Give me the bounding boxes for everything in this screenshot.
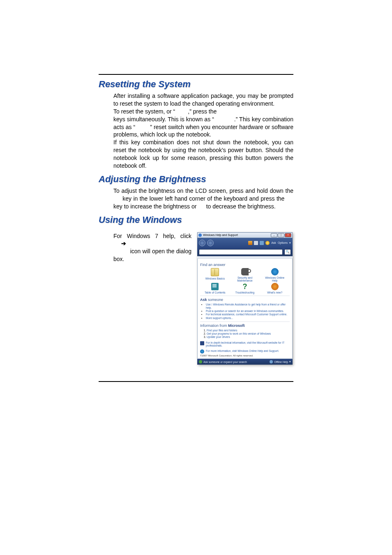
windows-p1b: icon will open the dialog box. (113, 248, 191, 262)
link-text[interactable]: Use  Windows Remote Assistance to get h… (206, 303, 286, 309)
info-ms-b: Microsoft (228, 324, 245, 328)
back-button[interactable] (199, 240, 205, 246)
status-left-text[interactable]: Ask someone or expand your search (203, 361, 247, 363)
resetting-p2a: To reset the system, or “ (113, 108, 175, 115)
list-item: Update your drivers (207, 335, 290, 339)
info-microsoft-heading: Information from Microsoft (200, 324, 290, 328)
tile-online-help[interactable]: Windows Online Help (263, 268, 287, 282)
link-text[interactable]: Find your files and folders (207, 329, 237, 332)
list-item: Find your files and folders (207, 329, 290, 332)
tile-troubleshooting[interactable]: ? Troubleshooting (233, 283, 257, 294)
resetting-p1: After installing a software application … (113, 92, 293, 107)
heading-windows: Using the Windows (99, 215, 293, 225)
tile-row-1: Windows Basics Security and Maintenance … (200, 268, 290, 282)
toolbar: Ask Options ▾ (197, 238, 293, 248)
minimize-button[interactable]: _ (271, 233, 277, 237)
footer-note-1: For in-depth technical information, visi… (200, 341, 290, 347)
status-right-text[interactable]: Offline Help (274, 361, 288, 363)
ask-label[interactable]: Ask (271, 241, 276, 244)
link-text[interactable]: For in-depth technical information, visi… (206, 341, 284, 347)
link-text[interactable]: For technical assistance, contact Micros… (206, 313, 287, 316)
windows-p1a: For Windows 7 help, click (113, 233, 191, 239)
resetting-p3c: ” reset switch when you encounter hardwa… (113, 124, 293, 138)
person-icon (199, 360, 202, 363)
windows-help-row: For Windows 7 help, click ➔ icon will op… (99, 232, 293, 365)
tile-whats-new[interactable]: What's new? (263, 283, 287, 294)
toc-icon (211, 283, 219, 290)
ask-someone-list: Use  Windows Remote Assistance to get h… (203, 303, 290, 320)
ask-someone-text: someone (208, 298, 223, 302)
list-item: Get your programs to work on this versio… (207, 332, 290, 335)
link-text[interactable]: For more information, visit Windows Onli… (206, 349, 279, 352)
arrow-icon: ➔ (121, 240, 126, 247)
options-chevron-icon[interactable]: ▾ (289, 241, 291, 245)
brightness-p1d: to decrease the brightness. (206, 203, 276, 210)
resetting-body: After installing a software application … (99, 92, 293, 170)
list-item: More support options... (206, 317, 290, 320)
search-bar: 🔍 (197, 248, 293, 256)
link-text[interactable]: Update your drivers (207, 335, 230, 338)
link-text[interactable]: Post a question or search for an answer … (206, 310, 284, 312)
list-item: Use  Windows Remote Assistance to get h… (206, 303, 290, 310)
divider (200, 296, 290, 296)
list-item: Post a question or search for an answer … (206, 310, 290, 313)
brightness-p1a: To adjust the brightness on the LCD scre… (113, 187, 293, 194)
link-text[interactable]: More support options... (206, 317, 233, 319)
print-icon[interactable] (254, 241, 258, 245)
tile-label: What's new? (263, 291, 287, 294)
tile-label: Troubleshooting (233, 291, 257, 294)
ask-help-icon[interactable] (265, 241, 270, 245)
info-ms-a: Information from (200, 324, 228, 328)
book-icon (211, 268, 219, 276)
window-title: Windows Help and Support (203, 234, 238, 236)
info-microsoft-list: Find your files and folders Get your pro… (203, 329, 290, 339)
new-icon (271, 283, 279, 290)
key-icon (241, 268, 249, 275)
tile-windows-basics[interactable]: Windows Basics (203, 268, 227, 282)
heading-resetting: Resetting the System (99, 79, 293, 90)
options-label[interactable]: Options (278, 241, 288, 244)
brightness-p1b: key in the lower left hand corner of the… (122, 195, 284, 202)
link-text[interactable]: Get your programs to work on this versio… (207, 332, 271, 335)
resetting-p4: If this key combination does not shut do… (113, 139, 293, 169)
question-icon: ? (241, 283, 249, 290)
find-answer-heading: Find an answer (200, 263, 290, 267)
window-titlebar: Windows Help and Support _ ▢ × (197, 232, 293, 238)
brightness-p1c: key to increase the brightness or (113, 203, 196, 210)
tile-security-maintenance[interactable]: Security and Maintenance (233, 268, 257, 282)
heading-brightness: Adjusting the Brightness (99, 174, 293, 185)
divider (200, 321, 290, 322)
tile-label: Table of Contents (203, 291, 227, 294)
home-icon[interactable] (248, 241, 252, 245)
brightness-body: To adjust the brightness on the LCD scre… (99, 187, 293, 210)
bottom-rule (99, 381, 293, 382)
search-input[interactable] (199, 249, 283, 255)
forward-button[interactable] (207, 240, 214, 246)
resetting-p3a: keys simultaneously. This is known as “ (113, 116, 214, 123)
search-button[interactable]: 🔍 (284, 249, 291, 255)
status-bar: Ask someone or expand your search Offlin… (197, 359, 293, 365)
list-item: For technical assistance, contact Micros… (206, 313, 290, 316)
offline-icon (270, 360, 273, 363)
browse-icon[interactable] (260, 241, 264, 245)
help-content: Find an answer Windows Basics Security a… (197, 259, 293, 359)
windows-help-text: For Windows 7 help, click ➔ icon will op… (113, 232, 191, 264)
globe-icon (271, 268, 279, 275)
close-button[interactable]: × (285, 233, 291, 237)
resetting-p2b: ,” press the (188, 108, 217, 115)
footer-note-2: For more information, visit Windows Onli… (200, 349, 290, 354)
copyright-text: ©2007 Microsoft Corporation. All rights … (200, 354, 290, 357)
top-rule (99, 74, 293, 75)
help-screenshot: Windows Help and Support _ ▢ × Ask Optio… (197, 232, 293, 365)
tile-row-2: Table of Contents ? Troubleshooting What… (200, 283, 290, 294)
find-answer-text: Find an answer (200, 263, 226, 267)
maximize-button[interactable]: ▢ (278, 233, 284, 237)
tile-table-of-contents[interactable]: Table of Contents (203, 283, 227, 294)
tile-label: Windows Online Help (263, 276, 287, 282)
globe-icon (200, 349, 204, 354)
tile-label: Security and Maintenance (233, 276, 257, 282)
ask-someone-heading: Ask Ask someonesomeone (200, 298, 290, 302)
tablet-icon (200, 341, 204, 345)
chevron-down-icon[interactable]: ▾ (289, 360, 291, 363)
tile-label: Windows Basics (203, 277, 227, 280)
